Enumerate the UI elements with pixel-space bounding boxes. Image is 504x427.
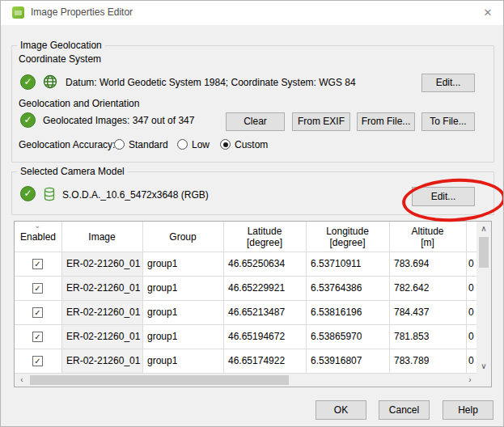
cell-longitude: 6.53916807 — [311, 355, 362, 366]
accuracy-label: Geolocation Accuracy: — [19, 139, 115, 150]
cell-image: ER-02-21260_01... — [66, 258, 141, 269]
to-file-button[interactable]: To File... — [421, 112, 475, 131]
cell-group: group1 — [147, 355, 177, 366]
geolocated-status: Geolocated Images: 347 out of 347 — [43, 115, 194, 126]
from-file-button[interactable]: From File... — [357, 112, 415, 131]
camera-model-edit-button[interactable]: Edit... — [412, 187, 475, 206]
sort-indicator-icon: ⌄ — [34, 222, 40, 229]
status-ok-icon: ✓ — [20, 112, 36, 128]
cell-image: ER-02-21260_01... — [66, 331, 141, 342]
scroll-left-icon[interactable]: ‹ — [16, 375, 28, 384]
status-ok-icon: ✓ — [20, 186, 36, 201]
cell-image: ER-02-21260_01... — [66, 307, 141, 318]
cell-latitude: 46.65250634 — [228, 258, 285, 269]
radio-low-label[interactable]: Low — [192, 139, 210, 150]
image-geolocation-group-title: Image Geolocation — [17, 40, 105, 51]
help-button[interactable]: Help — [443, 400, 493, 420]
cancel-button[interactable]: Cancel — [379, 400, 430, 420]
horizontal-scrollbar-thumb[interactable] — [30, 375, 289, 385]
table-header[interactable]: ⌄ Enabled Image Group Latitude[degree] L… — [15, 222, 476, 252]
cell-latitude: 46.65194672 — [228, 331, 285, 342]
app-icon — [12, 6, 24, 19]
cell-image: ER-02-21260_01... — [66, 282, 141, 294]
camera-model-group-title: Selected Camera Model — [17, 166, 128, 177]
cell-overflow: 0 — [468, 355, 474, 366]
from-exif-button[interactable]: From EXIF — [292, 112, 350, 131]
orientation-label: Geolocation and Orientation — [19, 98, 139, 109]
scroll-up-icon[interactable]: ∧ — [476, 224, 491, 233]
radio-low[interactable] — [177, 139, 188, 150]
scroll-down-icon[interactable]: ∨ — [476, 361, 491, 370]
cell-group: group1 — [147, 282, 177, 294]
clear-button[interactable]: Clear — [226, 112, 285, 131]
ok-button[interactable]: OK — [316, 400, 366, 420]
cell-altitude: 784.437 — [394, 307, 429, 318]
radio-standard[interactable] — [114, 139, 125, 150]
table-row[interactable]: ✓ ER-02-21260_01... group1 46.65250634 6… — [15, 252, 476, 277]
cell-altitude: 782.642 — [394, 282, 429, 294]
col-header-altitude[interactable]: Altitude[m] — [389, 226, 466, 248]
vertical-scrollbar-thumb[interactable] — [479, 237, 489, 268]
col-header-latitude[interactable]: Latitude[degree] — [223, 226, 306, 248]
cell-altitude: 783.789 — [394, 355, 429, 366]
cell-overflow: 0 — [468, 307, 474, 318]
cell-group: group1 — [147, 258, 177, 269]
row-enabled-checkbox[interactable]: ✓ — [32, 332, 43, 342]
close-icon[interactable]: ✕ — [481, 6, 495, 20]
camera-model-icon — [43, 187, 56, 201]
cell-longitude: 6.53764386 — [311, 282, 362, 294]
table-row[interactable]: ✓ ER-02-21260_01... group1 46.65194672 6… — [15, 325, 476, 349]
row-enabled-checkbox[interactable]: ✓ — [32, 356, 43, 366]
cell-group: group1 — [147, 307, 177, 318]
cell-overflow: 0 — [468, 282, 474, 294]
cell-altitude: 783.694 — [394, 258, 429, 269]
coordinate-system-value: Datum: World Geodetic System 1984; Coord… — [66, 77, 356, 88]
cell-overflow: 0 — [468, 258, 474, 269]
cell-latitude: 46.65229921 — [228, 282, 285, 294]
col-header-longitude[interactable]: Longitude[degree] — [306, 226, 389, 248]
camera-model-value: S.O.D.A._10.6_5472x3648 (RGB) — [62, 189, 209, 201]
cell-image: ER-02-21260_01... — [66, 355, 141, 366]
table-row[interactable]: ✓ ER-02-21260_01... group1 46.65174922 6… — [15, 349, 476, 374]
scroll-right-icon[interactable]: › — [464, 375, 476, 384]
row-enabled-checkbox[interactable]: ✓ — [32, 307, 43, 318]
row-enabled-checkbox[interactable]: ✓ — [32, 283, 43, 294]
cell-latitude: 46.65213487 — [228, 307, 285, 318]
col-header-enabled[interactable]: Enabled — [15, 231, 61, 243]
coordinate-system-edit-button[interactable]: Edit... — [421, 74, 475, 92]
window-title: Image Properties Editor — [31, 6, 133, 18]
table-row[interactable]: ✓ ER-02-21260_01... group1 46.65213487 6… — [15, 301, 476, 325]
cell-longitude: 6.53865970 — [311, 331, 362, 342]
cell-altitude: 781.853 — [394, 331, 429, 342]
col-header-image[interactable]: Image — [61, 231, 142, 243]
coordinate-system-label: Coordinate System — [19, 53, 101, 65]
radio-custom[interactable] — [220, 139, 231, 150]
globe-icon — [42, 74, 58, 90]
row-enabled-checkbox[interactable]: ✓ — [32, 259, 43, 269]
image-properties-editor-dialog: Image Properties Editor ✕ Image Geolocat… — [0, 0, 504, 427]
cell-overflow: 0 — [468, 331, 474, 342]
cell-longitude: 6.53710911 — [311, 258, 362, 269]
radio-custom-label[interactable]: Custom — [235, 139, 268, 150]
cell-latitude: 46.65174922 — [228, 355, 285, 366]
cell-group: group1 — [147, 331, 177, 342]
col-header-group[interactable]: Group — [142, 231, 223, 243]
image-table: ⌄ Enabled Image Group Latitude[degree] L… — [14, 221, 492, 387]
title-bar: Image Properties Editor ✕ — [1, 1, 503, 25]
cell-longitude: 6.53816196 — [311, 307, 362, 318]
radio-standard-label[interactable]: Standard — [129, 139, 168, 150]
status-ok-icon: ✓ — [20, 74, 36, 90]
table-row[interactable]: ✓ ER-02-21260_01... group1 46.65229921 6… — [15, 277, 476, 301]
